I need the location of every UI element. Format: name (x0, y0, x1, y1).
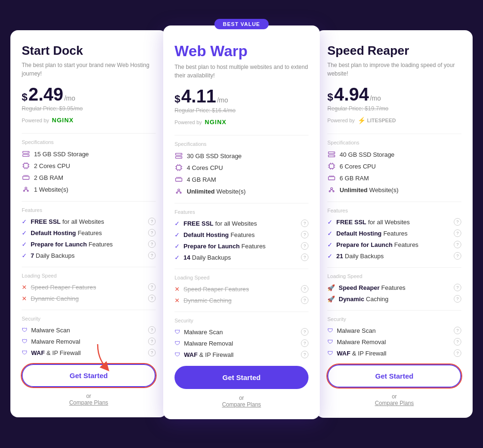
spec-item: Unlimited Website(s) (327, 186, 461, 194)
help-icon[interactable]: ? (301, 220, 308, 227)
help-icon[interactable]: ? (148, 295, 156, 302)
plan-desc: The best plan to improve the loading spe… (327, 61, 461, 78)
spec-item: 2 GB RAM (22, 173, 156, 182)
cross-icon: ✕ (175, 286, 180, 293)
help-icon[interactable]: ? (454, 284, 461, 291)
svg-rect-36 (175, 178, 182, 181)
svg-rect-50 (329, 164, 333, 168)
speed-item: ✕ Speed Reaper Features ? (175, 285, 308, 293)
help-icon[interactable]: ? (148, 326, 156, 334)
help-icon[interactable]: ? (148, 240, 156, 248)
website-icon (22, 185, 30, 194)
help-icon[interactable]: ? (301, 351, 308, 358)
help-icon[interactable]: ? (148, 218, 156, 225)
loading-speed-label: Loading Speed (22, 273, 156, 279)
plan-card-web-warp: BEST VALUE Web Warp The best plan to hos… (163, 25, 320, 419)
spec-text: 4 GB RAM (187, 176, 216, 183)
speed-list: ✕ Speed Reaper Features ? ✕ Dynamic Cach… (175, 285, 308, 304)
plan-desc: The best plan to host multiple websites … (175, 63, 308, 80)
compare-plans-link[interactable]: Compare Plans (327, 400, 461, 406)
security-text: WAF & IP Firewall (184, 351, 233, 358)
spec-text: 2 GB RAM (34, 174, 63, 181)
svg-line-68 (332, 189, 333, 191)
help-icon[interactable]: ? (301, 285, 308, 293)
svg-point-26 (180, 157, 181, 158)
powered-by: Powered by ⚡ LITESPEED (327, 117, 461, 124)
security-text: Malware Removal (31, 338, 80, 345)
feature-text: FREE SSL for all Websites (183, 220, 257, 227)
feature-text: 14 Daily Backups (183, 254, 231, 261)
help-icon[interactable]: ? (454, 338, 461, 346)
help-icon[interactable]: ? (454, 241, 461, 248)
feature-list: ✓ FREE SSL for all Websites ? ✓ Default … (22, 218, 156, 259)
help-icon[interactable]: ? (454, 327, 461, 334)
security-text: Malware Removal (184, 340, 233, 347)
svg-point-43 (180, 192, 182, 194)
security-list: 🛡 Malware Scan ? 🛡 Malware Removal ? 🛡 W… (327, 327, 461, 357)
plan-card-start-dock: Start Dock The best plan to start your b… (10, 30, 167, 417)
speed-text: Dynamic Caching (183, 297, 232, 304)
help-icon[interactable]: ? (148, 338, 156, 345)
help-icon[interactable]: ? (148, 283, 156, 291)
svg-line-45 (179, 191, 181, 192)
shield-icon: 🛡 (327, 338, 333, 345)
svg-rect-46 (328, 152, 334, 154)
help-icon[interactable]: ? (301, 231, 308, 238)
help-icon[interactable]: ? (148, 229, 156, 237)
security-item: 🛡 WAF & IP Firewall ? (327, 349, 461, 357)
security-text: Malware Scan (31, 327, 70, 334)
plan-card-speed-reaper: Speed Reaper The best plan to improve th… (316, 30, 473, 418)
help-icon[interactable]: ? (301, 339, 308, 347)
feature-item: ✓ Prepare for Launch Features ? (327, 241, 461, 248)
spec-item: 6 Cores CPU (327, 162, 461, 170)
get-started-button[interactable]: Get Started (22, 364, 156, 387)
regular-price: Regular Price: $19.7/mo (327, 105, 461, 112)
speed-text: Speed Reaper Features (31, 284, 96, 291)
security-text: Malware Scan (184, 329, 223, 336)
price-symbol: $ (327, 91, 333, 103)
spec-text: 1 Website(s) (34, 186, 68, 193)
help-icon[interactable]: ? (454, 252, 461, 260)
svg-point-3 (27, 155, 28, 156)
best-value-badge: BEST VALUE (215, 19, 269, 29)
svg-rect-59 (328, 177, 334, 180)
speed-list: ✕ Speed Reaper Features ? ✕ Dynamic Cach… (22, 283, 156, 302)
help-icon[interactable]: ? (454, 218, 461, 226)
svg-rect-4 (24, 163, 28, 168)
compare-plans-link[interactable]: Compare Plans (175, 401, 308, 408)
cpu-icon (22, 161, 30, 170)
plan-name: Web Warp (175, 42, 308, 60)
help-icon[interactable]: ? (301, 254, 308, 261)
powered-label: Powered by (22, 118, 49, 123)
shield-icon: 🛡 (327, 327, 333, 334)
speed-text: Dynamic Caching (339, 296, 389, 303)
help-icon[interactable]: ? (148, 252, 156, 259)
price-symbol: $ (175, 93, 180, 105)
litespeed-logo: ⚡ LITESPEED (358, 117, 396, 124)
help-icon[interactable]: ? (454, 295, 461, 303)
svg-line-67 (330, 189, 332, 191)
svg-point-25 (180, 154, 181, 154)
pricing-wrapper: Start Dock The best plan to start your b… (10, 30, 473, 418)
spec-list: 15 GB SSD Storage 2 Cores CPU 2 GB RAM 1… (22, 150, 156, 194)
help-icon[interactable]: ? (301, 328, 308, 336)
ram-icon (327, 174, 336, 182)
help-icon[interactable]: ? (301, 242, 308, 250)
help-icon[interactable]: ? (454, 349, 461, 357)
loading-speed-label: Loading Speed (175, 275, 308, 280)
rocket-icon: 🚀 (327, 296, 335, 303)
get-started-button[interactable]: Get Started (327, 364, 461, 388)
speed-text: Speed Reaper Features (183, 286, 249, 293)
price-per: /mo (64, 94, 75, 102)
rocket-icon: 🚀 (327, 284, 335, 291)
help-icon[interactable]: ? (301, 296, 308, 304)
speed-text: Speed Reaper Features (339, 284, 406, 291)
spec-text: 6 Cores CPU (340, 163, 376, 170)
check-icon: ✓ (327, 241, 333, 248)
security-item: 🛡 Malware Removal ? (327, 338, 461, 346)
help-icon[interactable]: ? (148, 349, 156, 356)
spec-item: 30 GB SSD Storage (175, 152, 308, 160)
help-icon[interactable]: ? (454, 229, 461, 237)
get-started-button[interactable]: Get Started (175, 366, 308, 389)
compare-plans-link[interactable]: Compare Plans (22, 399, 156, 406)
